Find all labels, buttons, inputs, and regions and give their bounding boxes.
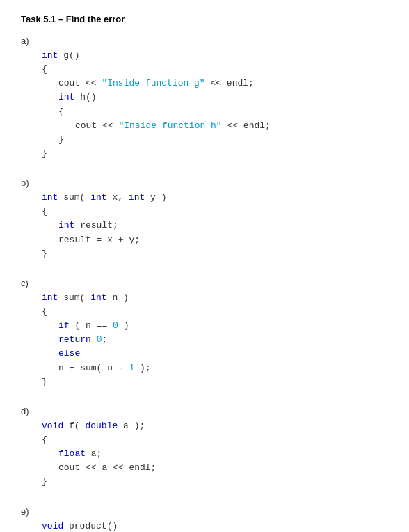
code-token-normal: y ) [145, 192, 166, 203]
code-token-normal: cout << [75, 120, 118, 131]
code-token-normal: cout << a << endl; [58, 462, 156, 473]
code-token-normal: sum( [58, 192, 90, 203]
section-e: e)void product(){int a;int b;int c;int r… [21, 506, 388, 532]
code-line: int g() [42, 49, 388, 63]
code-token-normal: } [42, 148, 47, 159]
section-label: a) [21, 36, 388, 46]
code-token-kw: int [90, 292, 106, 303]
code-line: if ( n == 0 ) [58, 319, 388, 333]
code-token-normal: { [42, 64, 47, 75]
code-line: int h() [58, 91, 388, 104]
code-token-kw: int [90, 192, 106, 203]
code-token-normal: result; [74, 220, 118, 230]
code-token-normal: << endl; [222, 120, 271, 131]
code-token-normal: h() [74, 92, 96, 102]
code-token-normal: a ); [118, 421, 145, 431]
code-token-kw: int [129, 192, 145, 203]
task-title: Task 5.1 – Find the error [21, 14, 388, 24]
code-token-kw: float [58, 448, 86, 459]
code-line: void product() [42, 519, 388, 532]
code-token-normal: } [42, 476, 47, 487]
code-block: void product(){int a;int b;int c;int res… [42, 519, 388, 532]
code-token-kw: int [42, 292, 58, 303]
code-token-normal: ) [118, 320, 129, 331]
code-line: } [42, 247, 388, 261]
code-token-normal: g() [58, 50, 79, 61]
code-line: cout << "Inside function h" << endl; [75, 119, 388, 133]
code-line: int result; [58, 219, 388, 233]
section-b: b)int sum( int x, int y ){int result;res… [21, 178, 388, 261]
code-token-kw: if [58, 320, 70, 331]
code-line: { [58, 105, 388, 119]
code-token-normal: { [42, 306, 47, 317]
section-label: d) [21, 406, 388, 416]
code-token-kw: int [42, 50, 58, 61]
code-line: void f( double a ); [42, 419, 388, 433]
code-token-kw: else [58, 348, 80, 359]
section-label: e) [21, 506, 388, 517]
code-line: } [42, 475, 388, 489]
code-token-num: 0 [113, 320, 118, 331]
code-line: int sum( int n ) [42, 291, 388, 305]
code-token-normal: x, [107, 192, 129, 203]
code-line: return 0; [58, 333, 388, 347]
code-block: int g(){cout << "Inside function g" << e… [42, 49, 388, 161]
code-token-normal: a; [86, 448, 102, 459]
code-token-normal: result = x + y; [58, 235, 140, 245]
code-line: n + sum( n - 1 ); [58, 361, 388, 375]
code-token-normal: { [58, 107, 64, 117]
code-token-normal: } [42, 249, 47, 259]
code-token-normal: { [42, 435, 47, 445]
code-block: int sum( int x, int y ){int result;resul… [42, 191, 388, 261]
code-token-kw: double [85, 421, 118, 431]
code-token-normal [91, 334, 97, 345]
code-token-normal: } [58, 134, 64, 145]
code-token-normal: sum( [58, 292, 90, 303]
code-token-normal: cout << [58, 78, 102, 88]
code-token-kw: int [58, 92, 74, 102]
code-line: int sum( int x, int y ) [42, 191, 388, 205]
code-token-normal: product() [63, 521, 118, 531]
code-token-normal: } [42, 377, 47, 387]
code-line: { [42, 205, 388, 219]
code-token-normal: ); [134, 363, 150, 373]
code-line: } [42, 375, 388, 389]
code-line: else [58, 347, 388, 361]
section-a: a)int g(){cout << "Inside function g" <<… [21, 36, 388, 161]
code-token-normal: n ) [107, 292, 129, 303]
code-token-normal: { [42, 206, 47, 217]
code-token-kw: void [42, 421, 63, 431]
code-block: void f( double a );{float a;cout << a <<… [42, 419, 388, 490]
code-line: } [42, 147, 388, 161]
code-line: } [58, 133, 388, 147]
code-line: float a; [58, 447, 388, 461]
section-c: c)int sum( int n ){if ( n == 0 )return 0… [21, 278, 388, 389]
code-token-normal: ( n == [70, 320, 113, 331]
code-token-normal: ; [102, 334, 107, 345]
code-token-str: "Inside function g" [102, 78, 205, 88]
code-line: cout << a << endl; [58, 461, 388, 475]
code-block: int sum( int n ){if ( n == 0 )return 0;e… [42, 291, 388, 389]
code-token-kw: int [58, 220, 74, 230]
code-line: cout << "Inside function g" << endl; [58, 77, 388, 91]
code-token-normal: << endl; [205, 78, 254, 88]
code-line: { [42, 305, 388, 319]
code-token-kw: int [42, 192, 58, 203]
code-line: { [42, 433, 388, 447]
section-d: d)void f( double a );{float a;cout << a … [21, 406, 388, 490]
code-token-kw: void [42, 521, 63, 531]
code-line: result = x + y; [58, 233, 388, 247]
code-token-normal: f( [63, 421, 85, 431]
code-token-str: "Inside function h" [118, 120, 221, 131]
code-token-normal: n + sum( n - [58, 363, 129, 373]
code-token-kw: return [58, 334, 91, 345]
section-label: c) [21, 278, 388, 288]
code-line: { [42, 63, 388, 77]
section-label: b) [21, 178, 388, 188]
